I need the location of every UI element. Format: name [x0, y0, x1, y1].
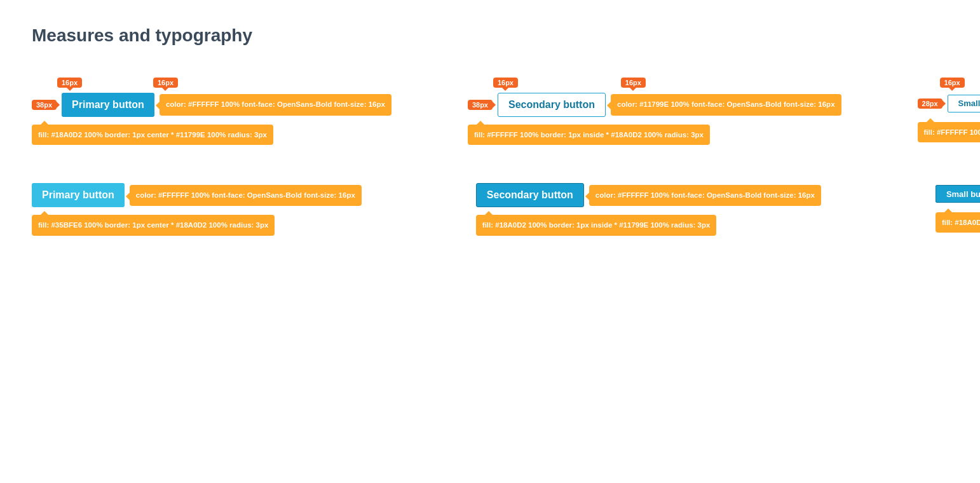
fill-info-4: fill: #35BFE6 100% border: 1px center * … [32, 215, 275, 235]
typography-info-1: color: #FFFFFF 100% font-face: OpenSans-… [160, 94, 391, 116]
page-title: Measures and typography [32, 25, 948, 46]
typography-info-4: color: #FFFFFF 100% font-face: OpenSans-… [130, 185, 362, 207]
fill-info-1: fill: #18A0D2 100% border: 1px center * … [32, 125, 273, 145]
secondary-button-hover[interactable]: Secondary button [476, 183, 584, 207]
typography-info-5: color: #FFFFFF 100% font-face: OpenSans-… [589, 185, 821, 207]
primary-top-badges: 16px 16px [32, 78, 178, 88]
secondary-hover-section: Secondary button color: #FFFFFF 100% fon… [476, 183, 821, 235]
row-1: 16px 16px 38px Primary button color: #FF… [32, 78, 948, 145]
small-top-badges: 16px 16px [918, 78, 980, 88]
primary-default-section: 16px 16px 38px Primary button color: #FF… [32, 78, 391, 145]
badge-16px-left-1: 16px [57, 78, 82, 88]
fill-info-5: fill: #18A0D2 100% border: 1px inside * … [476, 215, 717, 235]
primary-btn-row: 38px Primary button color: #FFFFFF 100% … [32, 93, 391, 117]
small-hover-btn-row: Small button color: #FF font-face: font-… [936, 183, 980, 205]
fill-info-3: fill: #FFFFFF 100% border: 1px inside * … [918, 122, 980, 142]
main-content: 16px 16px 38px Primary button color: #FF… [32, 78, 948, 236]
small-btn-row: 28px Small button color: #11 font-face: … [918, 93, 980, 114]
typography-info-2: color: #11799E 100% font-face: OpenSans-… [611, 94, 841, 116]
small-button-hover[interactable]: Small button [936, 185, 980, 203]
small-button-default[interactable]: Small button [948, 95, 980, 112]
fill-info-6: fill: #18A0D2 100% border: 1px center * … [936, 212, 980, 233]
small-hover-section: Small button color: #FF font-face: font-… [936, 183, 980, 233]
secondary-button-default[interactable]: Secondary button [498, 93, 606, 117]
primary-hover-section: Primary button color: #FFFFFF 100% font-… [32, 183, 362, 235]
secondary-top-badges: 16px 16px [468, 78, 646, 88]
badge-38px-2: 38px [468, 100, 493, 110]
secondary-btn-row: 38px Secondary button color: #11799E 100… [468, 93, 841, 117]
badge-28px-1: 28px [918, 99, 943, 109]
fill-info-2: fill: #FFFFFF 100% border: 1px inside * … [468, 125, 710, 145]
badge-38px-1: 38px [32, 100, 57, 110]
secondary-default-section: 16px 16px 38px Secondary button color: #… [468, 78, 841, 145]
primary-button-hover[interactable]: Primary button [32, 183, 125, 207]
small-default-section: 16px 16px 28px Small button color: #11 f… [918, 78, 980, 142]
secondary-hover-btn-row: Secondary button color: #FFFFFF 100% fon… [476, 183, 821, 207]
badge-16px-right-1: 16px [153, 78, 178, 88]
row-2: Primary button color: #FFFFFF 100% font-… [32, 183, 948, 235]
primary-hover-btn-row: Primary button color: #FFFFFF 100% font-… [32, 183, 362, 207]
badge-16px-right-2: 16px [621, 78, 646, 88]
primary-button-default[interactable]: Primary button [62, 93, 154, 117]
badge-16px-left-2: 16px [493, 78, 518, 88]
badge-16px-left-3: 16px [940, 78, 965, 88]
